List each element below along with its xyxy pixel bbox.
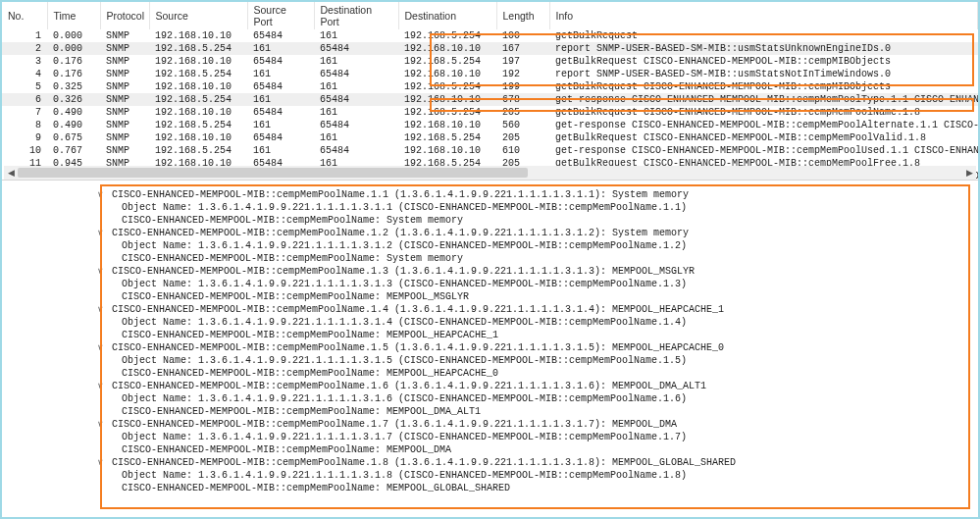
- cell-no: 6: [2, 93, 47, 106]
- chevron-down-icon[interactable]: ∨: [94, 188, 106, 201]
- cell-len: 610: [496, 144, 549, 157]
- cell-info: getBulkRequest: [549, 29, 978, 42]
- chevron-down-icon[interactable]: ∨: [94, 265, 106, 278]
- cell-dport: 65484: [314, 68, 398, 80]
- chevron-down-icon[interactable]: ∨: [94, 227, 106, 239]
- tree-child[interactable]: Object Name: 1.3.6.1.4.1.9.9.221.1.1.1.1…: [94, 278, 974, 290]
- cell-dst: 192.168.5.254: [398, 106, 496, 119]
- cell-src: 192.168.10.10: [149, 29, 247, 42]
- col-sport[interactable]: Source Port: [247, 2, 314, 29]
- tree-child[interactable]: Object Name: 1.3.6.1.4.1.9.9.221.1.1.1.1…: [94, 469, 974, 482]
- cell-time: 0.490: [47, 106, 100, 119]
- tree-child[interactable]: Object Name: 1.3.6.1.4.1.9.9.221.1.1.1.1…: [94, 201, 974, 214]
- cell-src: 192.168.10.10: [149, 80, 247, 93]
- table-row[interactable]: 100.767SNMP192.168.5.25416165484192.168.…: [2, 144, 978, 157]
- cell-sport: 161: [247, 68, 314, 80]
- cell-time: 0.490: [47, 119, 100, 131]
- cell-dport: 161: [314, 106, 398, 119]
- tree-child[interactable]: CISCO-ENHANCED-MEMPOOL-MIB::cempMemPoolN…: [94, 252, 974, 265]
- col-time[interactable]: Time: [47, 2, 100, 29]
- scroll-track[interactable]: [18, 166, 962, 180]
- tree-child[interactable]: Object Name: 1.3.6.1.4.1.9.9.221.1.1.1.1…: [94, 239, 974, 252]
- tree-child[interactable]: Object Name: 1.3.6.1.4.1.9.9.221.1.1.1.1…: [94, 431, 974, 443]
- tree-child[interactable]: CISCO-ENHANCED-MEMPOOL-MIB::cempMemPoolN…: [94, 290, 974, 303]
- col-info[interactable]: Info: [549, 2, 978, 29]
- chevron-down-icon[interactable]: ∨: [94, 380, 106, 392]
- packet-table[interactable]: No. Time Protocol Source Source Port Des…: [2, 2, 978, 181]
- scroll-right-icon[interactable]: ▶: [962, 166, 976, 180]
- tree-node[interactable]: ∨ CISCO-ENHANCED-MEMPOOL-MIB::cempMemPoo…: [94, 265, 974, 278]
- tree-node-label: CISCO-ENHANCED-MEMPOOL-MIB::cempMemPoolN…: [112, 419, 677, 430]
- cell-src: 192.168.5.254: [149, 144, 247, 157]
- tree-node[interactable]: ∨ CISCO-ENHANCED-MEMPOOL-MIB::cempMemPoo…: [94, 303, 974, 316]
- col-len[interactable]: Length: [496, 2, 549, 29]
- cell-proto: SNMP: [100, 55, 149, 68]
- cell-dport: 161: [314, 131, 398, 144]
- tree-node-label: CISCO-ENHANCED-MEMPOOL-MIB::cempMemPoolN…: [112, 266, 695, 277]
- table-row[interactable]: 90.675SNMP192.168.10.1065484161192.168.5…: [2, 131, 978, 144]
- cell-info: getBulkRequest CISCO-ENHANCED-MEMPOOL-MI…: [549, 55, 978, 68]
- table-row[interactable]: 70.490SNMP192.168.10.1065484161192.168.5…: [2, 106, 978, 119]
- chevron-down-icon[interactable]: ∨: [94, 456, 106, 469]
- tree-child[interactable]: CISCO-ENHANCED-MEMPOOL-MIB::cempMemPoolN…: [94, 367, 974, 380]
- tree-node[interactable]: ∨ CISCO-ENHANCED-MEMPOOL-MIB::cempMemPoo…: [94, 341, 974, 354]
- cell-time: 0.325: [47, 80, 100, 93]
- cell-len: 192: [496, 68, 549, 80]
- table-row[interactable]: 80.490SNMP192.168.5.25416165484192.168.1…: [2, 119, 978, 131]
- cell-src: 192.168.5.254: [149, 68, 247, 80]
- tree-child[interactable]: CISCO-ENHANCED-MEMPOOL-MIB::cempMemPoolN…: [94, 443, 974, 456]
- cell-dst: 192.168.5.254: [398, 131, 496, 144]
- cell-sport: 161: [247, 93, 314, 106]
- tree-child[interactable]: Object Name: 1.3.6.1.4.1.9.9.221.1.1.1.1…: [94, 354, 974, 367]
- cell-info: get-response CISCO-ENHANCED-MEMPOOL-MIB:…: [549, 119, 978, 131]
- tree-node-label: CISCO-ENHANCED-MEMPOOL-MIB::cempMemPoolN…: [112, 189, 689, 200]
- tree-child[interactable]: CISCO-ENHANCED-MEMPOOL-MIB::cempMemPoolN…: [94, 214, 974, 227]
- col-src[interactable]: Source: [149, 2, 247, 29]
- cell-dport: 65484: [314, 42, 398, 55]
- table-row[interactable]: 50.325SNMP192.168.10.1065484161192.168.5…: [2, 80, 978, 93]
- tree-node[interactable]: ∨ CISCO-ENHANCED-MEMPOOL-MIB::cempMemPoo…: [94, 456, 974, 469]
- chevron-down-icon[interactable]: ∨: [94, 418, 106, 431]
- packet-header-row[interactable]: No. Time Protocol Source Source Port Des…: [2, 2, 978, 29]
- detail-tree[interactable]: ∨ CISCO-ENHANCED-MEMPOOL-MIB::cempMemPoo…: [6, 186, 974, 494]
- cell-info: report SNMP-USER-BASED-SM-MIB::usmStatsN…: [549, 68, 978, 80]
- table-row[interactable]: 20.000SNMP192.168.5.25416165484192.168.1…: [2, 42, 978, 55]
- horizontal-scrollbar[interactable]: ◀ ▶: [4, 166, 976, 180]
- col-dst[interactable]: Destination: [398, 2, 496, 29]
- chevron-down-icon[interactable]: ∨: [94, 303, 106, 316]
- cell-dst: 192.168.10.10: [398, 93, 496, 106]
- table-row[interactable]: 40.176SNMP192.168.5.25416165484192.168.1…: [2, 68, 978, 80]
- cell-proto: SNMP: [100, 119, 149, 131]
- cell-time: 0.675: [47, 131, 100, 144]
- cell-dport: 65484: [314, 93, 398, 106]
- col-dport[interactable]: Destination Port: [314, 2, 398, 29]
- tree-child[interactable]: CISCO-ENHANCED-MEMPOOL-MIB::cempMemPoolN…: [94, 405, 974, 418]
- table-row[interactable]: 60.326SNMP192.168.5.25416165484192.168.1…: [2, 93, 978, 106]
- cell-dport: 161: [314, 29, 398, 42]
- tree-child[interactable]: CISCO-ENHANCED-MEMPOOL-MIB::cempMemPoolN…: [94, 329, 974, 341]
- packet-list-pane: No. Time Protocol Source Source Port Des…: [2, 2, 978, 181]
- table-row[interactable]: 30.176SNMP192.168.10.1065484161192.168.5…: [2, 55, 978, 68]
- scroll-thumb[interactable]: [18, 168, 528, 178]
- tree-child[interactable]: Object Name: 1.3.6.1.4.1.9.9.221.1.1.1.1…: [94, 316, 974, 329]
- cell-len: 205: [496, 106, 549, 119]
- cell-time: 0.176: [47, 68, 100, 80]
- chevron-down-icon[interactable]: ∨: [94, 341, 106, 354]
- tree-node[interactable]: ∨ CISCO-ENHANCED-MEMPOOL-MIB::cempMemPoo…: [94, 418, 974, 431]
- cell-time: 0.767: [47, 144, 100, 157]
- cell-src: 192.168.5.254: [149, 42, 247, 55]
- col-no[interactable]: No.: [2, 2, 47, 29]
- tree-node[interactable]: ∨ CISCO-ENHANCED-MEMPOOL-MIB::cempMemPoo…: [94, 188, 974, 201]
- scroll-left-icon[interactable]: ◀: [4, 166, 18, 180]
- cell-dport: 65484: [314, 119, 398, 131]
- col-proto[interactable]: Protocol: [100, 2, 149, 29]
- tree-child[interactable]: Object Name: 1.3.6.1.4.1.9.9.221.1.1.1.1…: [94, 392, 974, 405]
- cell-dst: 192.168.10.10: [398, 42, 496, 55]
- tree-child[interactable]: CISCO-ENHANCED-MEMPOOL-MIB::cempMemPoolN…: [94, 482, 974, 494]
- cell-src: 192.168.10.10: [149, 131, 247, 144]
- tree-node[interactable]: ∨ CISCO-ENHANCED-MEMPOOL-MIB::cempMemPoo…: [94, 380, 974, 392]
- table-row[interactable]: 10.000SNMP192.168.10.1065484161192.168.5…: [2, 29, 978, 42]
- cell-no: 4: [2, 68, 47, 80]
- cell-dst: 192.168.10.10: [398, 119, 496, 131]
- tree-node[interactable]: ∨ CISCO-ENHANCED-MEMPOOL-MIB::cempMemPoo…: [94, 227, 974, 239]
